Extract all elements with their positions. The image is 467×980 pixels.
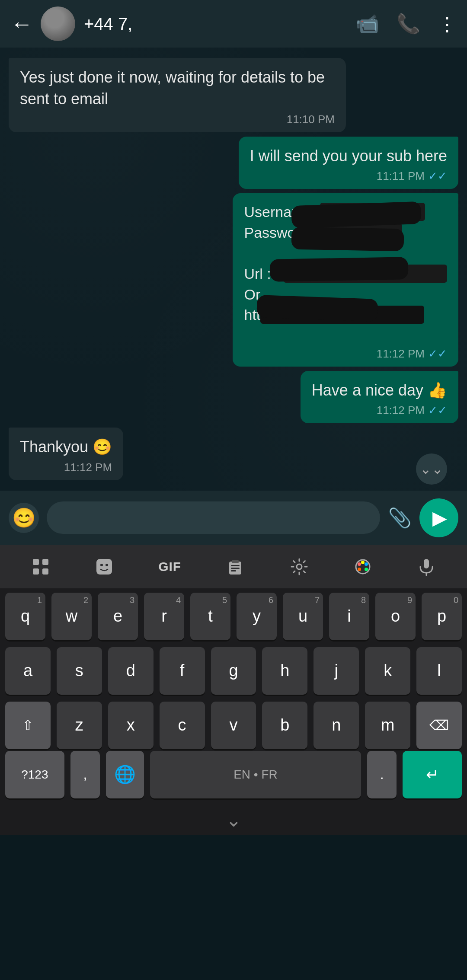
- contact-avatar[interactable]: [41, 6, 75, 41]
- key-f[interactable]: f: [160, 647, 205, 695]
- key-a[interactable]: a: [5, 647, 51, 695]
- svg-rect-11: [231, 570, 236, 571]
- message-meta: 11:12 PM ✓✓: [244, 347, 447, 361]
- key-d[interactable]: d: [108, 647, 154, 695]
- message-ticks: ✓✓: [428, 404, 447, 417]
- keyboard-bottom-row: ?123 , 🌐 EN • FR . ↵: [0, 751, 467, 803]
- message-text: Thankyou 😊: [20, 436, 112, 458]
- header-action-icons: 📹 📞 ⋮: [355, 13, 457, 35]
- key-r[interactable]: 4r: [144, 593, 184, 640]
- key-v[interactable]: v: [211, 702, 256, 749]
- message-text: I will send you your sub here: [250, 145, 447, 167]
- thankyou-bubble: Thankyou 😊 11:12 PM: [9, 428, 123, 480]
- attach-button[interactable]: 📎: [388, 507, 412, 529]
- key-x[interactable]: x: [108, 702, 154, 749]
- svg-rect-4: [96, 559, 112, 575]
- message-row: Thankyou 😊 11:12 PM ⌄⌄: [9, 428, 458, 480]
- svg-point-5: [100, 564, 103, 566]
- sticker-icon[interactable]: [95, 557, 114, 576]
- gif-button[interactable]: GIF: [158, 559, 181, 574]
- svg-rect-1: [42, 559, 48, 565]
- apps-icon[interactable]: [31, 557, 50, 576]
- send-icon: ▶: [432, 507, 447, 529]
- key-c[interactable]: c: [160, 702, 205, 749]
- emoji-icon: 😊: [12, 507, 36, 529]
- svg-point-15: [361, 561, 365, 564]
- clipboard-icon[interactable]: [226, 557, 245, 576]
- comma-key[interactable]: ,: [70, 751, 100, 798]
- message-time: 11:10 PM: [287, 113, 335, 126]
- keyboard-row-3: ⇧ z x c v b n m ⌫: [5, 702, 462, 749]
- svg-rect-0: [33, 559, 39, 565]
- keyboard-toolbar: GIF: [0, 545, 467, 588]
- key-l[interactable]: l: [416, 647, 462, 695]
- keyboard-rows: 1q 2w 3e 4r 5t 6y 7u 8i 9o 0p a s d f g …: [0, 588, 467, 751]
- svg-point-17: [365, 568, 368, 571]
- globe-key[interactable]: 🌐: [106, 751, 144, 798]
- key-y[interactable]: 6y: [237, 593, 277, 640]
- svg-rect-19: [424, 559, 429, 568]
- key-b[interactable]: b: [262, 702, 307, 749]
- key-h[interactable]: h: [262, 647, 307, 695]
- key-p[interactable]: 0p: [422, 593, 462, 640]
- message-row: Username: XXXXXXXXXX Password: XXXXXXXX …: [9, 193, 458, 367]
- message-text: Yes just done it now, waiting for detail…: [20, 67, 335, 110]
- key-i[interactable]: 8i: [329, 593, 369, 640]
- back-button[interactable]: ←: [10, 11, 33, 37]
- key-g[interactable]: g: [211, 647, 256, 695]
- svg-point-6: [106, 564, 108, 566]
- key-m[interactable]: m: [365, 702, 410, 749]
- scroll-down-button[interactable]: ⌄⌄: [416, 453, 447, 485]
- chevron-down-icon: ⌄⌄: [420, 461, 443, 477]
- svg-rect-8: [232, 560, 239, 563]
- key-w[interactable]: 2w: [51, 593, 92, 640]
- space-key[interactable]: EN • FR: [150, 751, 361, 798]
- chevron-down-icon: ⌄: [226, 809, 242, 831]
- svg-point-18: [358, 568, 361, 571]
- microphone-icon[interactable]: [417, 557, 436, 576]
- message-meta: 11:10 PM: [20, 113, 335, 126]
- symbols-key[interactable]: ?123: [5, 751, 64, 798]
- message-list: Yes just done it now, waiting for detail…: [9, 58, 458, 480]
- settings-icon[interactable]: [290, 557, 309, 576]
- svg-point-12: [297, 564, 302, 569]
- contact-name[interactable]: +44 7,: [84, 14, 355, 34]
- key-e[interactable]: 3e: [98, 593, 138, 640]
- svg-rect-3: [42, 568, 48, 575]
- key-n[interactable]: n: [313, 702, 359, 749]
- credentials-bubble: Username: XXXXXXXXXX Password: XXXXXXXX …: [233, 193, 458, 367]
- key-t[interactable]: 5t: [190, 593, 230, 640]
- message-meta: 11:12 PM ✓✓: [312, 404, 447, 417]
- key-k[interactable]: k: [365, 647, 410, 695]
- keyboard-row-1: 1q 2w 3e 4r 5t 6y 7u 8i 9o 0p: [5, 593, 462, 640]
- shift-key[interactable]: ⇧: [5, 702, 51, 749]
- period-key[interactable]: .: [367, 751, 397, 798]
- message-row: Have a nice day 👍 11:12 PM ✓✓: [9, 371, 458, 423]
- key-u[interactable]: 7u: [283, 593, 323, 640]
- message-meta: 11:11 PM ✓✓: [250, 169, 447, 183]
- send-button[interactable]: ▶: [419, 498, 458, 537]
- message-input[interactable]: [47, 501, 380, 534]
- key-q[interactable]: 1q: [5, 593, 45, 640]
- message-text: Username: XXXXXXXXXX Password: XXXXXXXX …: [244, 202, 447, 326]
- keyboard-row-2: a s d f g h j k l: [5, 647, 462, 695]
- more-options-icon[interactable]: ⋮: [438, 13, 457, 35]
- key-j[interactable]: j: [313, 647, 359, 695]
- emoji-picker-button[interactable]: 😊: [9, 503, 39, 533]
- key-z[interactable]: z: [57, 702, 102, 749]
- message-time: 11:12 PM: [64, 461, 112, 474]
- key-s[interactable]: s: [57, 647, 102, 695]
- keyboard-hide-button[interactable]: ⌄: [0, 803, 467, 835]
- video-call-icon[interactable]: 📹: [355, 13, 379, 35]
- theme-icon[interactable]: [353, 557, 372, 576]
- message-ticks: ✓✓: [428, 347, 447, 361]
- backspace-key[interactable]: ⌫: [416, 702, 462, 749]
- enter-key[interactable]: ↵: [403, 751, 462, 798]
- message-row: I will send you your sub here 11:11 PM ✓…: [9, 137, 458, 189]
- voice-call-icon[interactable]: 📞: [397, 13, 420, 35]
- gif-label: GIF: [158, 559, 181, 574]
- key-o[interactable]: 9o: [375, 593, 416, 640]
- message-row: Yes just done it now, waiting for detail…: [9, 58, 458, 132]
- message-ticks: ✓✓: [428, 169, 447, 183]
- message-bubble-incoming: Yes just done it now, waiting for detail…: [9, 58, 346, 132]
